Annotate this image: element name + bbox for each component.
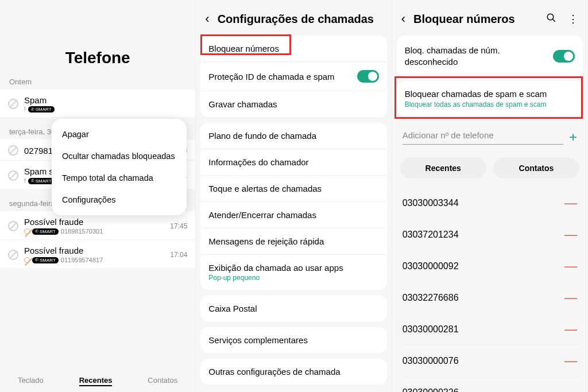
blocked-icon (8, 99, 18, 109)
highlight-box (394, 76, 583, 119)
recents-button[interactable]: Recentes (400, 158, 486, 178)
add-icon[interactable]: + (569, 129, 577, 145)
remove-icon[interactable]: — (564, 322, 577, 337)
date-header: Ontem (0, 67, 195, 90)
panel-header: ‹ Bloquear números ⋮ (392, 0, 587, 36)
call-row[interactable]: Possível fraude SMART 018981570301 17:45 (0, 211, 195, 239)
menu-hide-blocked[interactable]: Ocultar chamadas bloqueadas (52, 145, 187, 167)
settings-group: Plano de fundo de chamada Informações do… (200, 123, 386, 290)
setting-label: Atender/Encerrar chamadas (208, 210, 316, 220)
phone-app-panel: Telefone Ontem Spam ! SMART terça-feira,… (0, 0, 196, 392)
call-name: Possível fraude (24, 217, 164, 227)
fraud-icon (24, 257, 30, 263)
blocked-item[interactable]: 03030000076— (400, 346, 579, 377)
blocked-icon (8, 170, 18, 181)
svg-line-1 (552, 19, 555, 22)
setting-label: Plano de fundo de chamada (208, 131, 316, 141)
toggle-on[interactable] (553, 50, 575, 63)
panel-header: ‹ Configurações de chamadas (196, 0, 391, 36)
call-name: Possível fraude (24, 246, 164, 255)
add-number-input[interactable]: Adicionar nº de telefone (403, 130, 563, 145)
settings-group: Caixa Postal (200, 296, 386, 321)
add-number-placeholder: Adicionar nº de telefone (403, 130, 494, 140)
remove-icon[interactable]: — (564, 196, 577, 211)
blocked-number: 03037201234 (403, 230, 459, 240)
svg-point-0 (547, 14, 554, 20)
blocked-icon (8, 221, 18, 231)
setting-label: Gravar chamadas (208, 99, 277, 109)
setting-quick-decline[interactable]: Mensagens de rejeição rápida (200, 228, 386, 255)
setting-sublabel: Pop-up pequeno (208, 274, 343, 282)
back-icon[interactable]: ‹ (401, 11, 405, 26)
block-numbers-panel: ‹ Bloquear números ⋮ Bloq. chamadas de n… (392, 0, 588, 392)
setting-voicemail[interactable]: Caixa Postal (200, 296, 386, 321)
toggle-on[interactable] (357, 70, 379, 83)
remove-icon[interactable]: — (564, 354, 577, 368)
remove-icon[interactable]: — (564, 385, 577, 392)
blocked-item[interactable]: 03030000281— (400, 314, 579, 346)
setting-ringtone-alerts[interactable]: Toque e alertas de chamadas (200, 176, 386, 202)
remove-icon[interactable]: — (564, 259, 577, 274)
contacts-button[interactable]: Contatos (493, 158, 579, 178)
tab-keypad[interactable]: Teclado (18, 376, 44, 386)
setting-other-call[interactable]: Outras configurações de chamada (200, 359, 386, 385)
alert-icon: ! (24, 178, 26, 184)
setting-record-calls[interactable]: Gravar chamadas (200, 91, 386, 117)
alert-icon: ! (24, 106, 26, 112)
smart-badge: SMART (28, 178, 55, 184)
menu-call-time[interactable]: Tempo total da chamada (52, 167, 187, 189)
button-row: Recentes Contatos (392, 148, 587, 184)
highlight-box (200, 34, 291, 55)
blocked-list: 03030003344— 03037201234— 03030000092— 0… (392, 184, 587, 392)
setting-supplementary[interactable]: Serviços complementares (200, 327, 386, 353)
menu-delete[interactable]: Apagar (52, 123, 187, 145)
call-sub-number: 018981570301 (61, 228, 103, 235)
call-time: 17:45 (170, 222, 187, 230)
blocked-item[interactable]: 03030000226— (400, 377, 579, 392)
setting-call-background[interactable]: Plano de fundo de chamada (200, 123, 386, 149)
blocked-number: 03032276686 (403, 293, 459, 303)
smart-badge: SMART (32, 228, 59, 235)
menu-settings[interactable]: Configurações (52, 189, 187, 211)
setting-label: Outras configurações de chamada (208, 367, 340, 377)
blocked-item[interactable]: 03032276686— (400, 282, 579, 314)
settings-group: Serviços complementares (200, 327, 386, 353)
blocked-number: 03030000076 (403, 356, 459, 366)
blocked-number: 03030000281 (403, 324, 459, 335)
remove-icon[interactable]: — (564, 290, 577, 305)
block-unknown-row[interactable]: Bloq. chamadas de núm. desconhecido (397, 36, 583, 76)
blocked-item[interactable]: 03030000092— (400, 251, 579, 282)
setting-label: Informações do chamador (208, 157, 308, 167)
call-name: Spam (24, 95, 187, 105)
more-icon[interactable]: ⋮ (568, 13, 578, 26)
call-row[interactable]: Possível fraude SMART 011959574817 17:04 (0, 239, 195, 268)
block-unknown-label: Bloq. chamadas de núm. desconhecido (405, 45, 553, 67)
setting-call-display-apps[interactable]: Exibição da chamada ao usar apps Pop-up … (200, 255, 386, 290)
blocked-number: 03030000092 (403, 261, 459, 271)
tab-recents[interactable]: Recentes (79, 376, 113, 386)
blocked-icon (8, 145, 18, 156)
setting-label: Mensagens de rejeição rápida (208, 236, 324, 246)
call-row[interactable]: Spam ! SMART (0, 90, 195, 117)
setting-caller-info[interactable]: Informações do chamador (200, 149, 386, 176)
bottom-tabs: Teclado Recentes Contatos (0, 368, 195, 392)
setting-answer-end[interactable]: Atender/Encerrar chamadas (200, 202, 386, 228)
setting-caller-id-spam[interactable]: Proteção ID de chamada e spam (200, 62, 386, 91)
setting-label: Toque e alertas de chamadas (208, 184, 322, 193)
fraud-icon (24, 228, 30, 234)
block-unknown-card: Bloq. chamadas de núm. desconhecido (397, 36, 583, 76)
smart-badge: SMART (28, 106, 55, 112)
search-icon[interactable] (546, 13, 556, 26)
remove-icon[interactable]: — (564, 227, 577, 242)
tab-contacts[interactable]: Contatos (148, 376, 177, 386)
blocked-item[interactable]: 03037201234— (400, 219, 579, 251)
blocked-item[interactable]: 03030003344— (400, 188, 579, 219)
smart-badge: SMART (32, 257, 59, 263)
setting-label: Serviços complementares (208, 335, 308, 345)
call-sub-number: 011959574817 (61, 257, 103, 263)
call-time: 17:04 (170, 251, 187, 259)
back-icon[interactable]: ‹ (205, 11, 209, 26)
blocked-icon (8, 250, 18, 260)
blocked-number: 03030003344 (403, 198, 459, 208)
page-title: Bloquear números (413, 13, 515, 26)
